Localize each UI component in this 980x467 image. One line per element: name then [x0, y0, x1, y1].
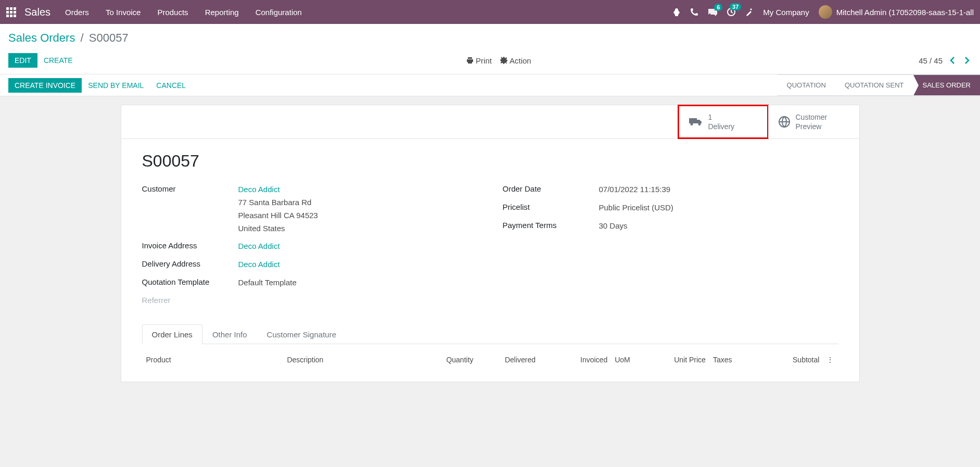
delivery-stat-text: 1 Delivery [708, 112, 735, 131]
tools-icon[interactable] [745, 8, 754, 16]
breadcrumb-parent[interactable]: Sales Orders [8, 31, 75, 44]
pager: 45 / 45 [919, 56, 972, 65]
th-product[interactable]: Product [143, 351, 283, 368]
delivery-stat-button[interactable]: 1 Delivery [678, 105, 769, 139]
nav-configuration[interactable]: Configuration [256, 8, 302, 17]
table-options-icon[interactable]: ⋮ [823, 351, 837, 368]
label-referrer: Referrer [142, 295, 171, 305]
create-button[interactable]: Create [37, 53, 79, 68]
customer-preview-button[interactable]: Customer Preview [768, 105, 859, 138]
th-taxes[interactable]: Taxes [710, 351, 750, 368]
action-button[interactable]: Action [500, 56, 531, 65]
status-quotation-sent[interactable]: Quotation Sent [835, 74, 913, 96]
label-payment-terms: Payment Terms [503, 220, 599, 233]
nav-reporting[interactable]: Reporting [205, 8, 239, 17]
gear-icon [500, 57, 507, 64]
top-nav: Sales Orders To Invoice Products Reporti… [0, 0, 980, 24]
nav-products[interactable]: Products [157, 8, 188, 17]
status-quotation[interactable]: Quotation [778, 74, 835, 96]
th-uom[interactable]: UoM [612, 351, 647, 368]
form-sheet-wrap: 1 Delivery Customer Preview S00057 C [0, 96, 980, 390]
left-column: Customer Deco Addict 77 Santa Barbara Rd… [142, 183, 478, 309]
company-selector[interactable]: My Company [763, 8, 809, 17]
stat-buttons: 1 Delivery Customer Preview [121, 105, 859, 139]
label-delivery-address: Delivery Address [142, 258, 238, 271]
nav-menu: Orders To Invoice Products Reporting Con… [65, 8, 672, 17]
right-column: Order Date 07/01/2022 11:15:39 Pricelist… [503, 183, 838, 309]
form-body: S00057 Customer Deco Addict 77 Santa Bar… [121, 139, 859, 381]
customer-link[interactable]: Deco Addict [238, 185, 280, 194]
th-invoiced[interactable]: Invoiced [540, 351, 610, 368]
th-subtotal[interactable]: Subtotal [752, 351, 822, 368]
print-icon [466, 57, 474, 64]
th-unit-price[interactable]: Unit Price [648, 351, 709, 368]
brand[interactable]: Sales [24, 6, 50, 18]
label-pricelist: Pricelist [503, 201, 599, 214]
pager-count: 45 / 45 [919, 56, 943, 65]
globe-icon [778, 116, 791, 128]
print-button[interactable]: Print [466, 56, 492, 65]
user-menu[interactable]: Mitchell Admin (17052098-saas-15-1-all [819, 5, 974, 19]
invoice-address-link[interactable]: Deco Addict [238, 242, 280, 250]
pager-prev[interactable] [948, 56, 957, 65]
breadcrumb: Sales Orders / S00057 [8, 31, 972, 45]
send-email-button[interactable]: Send by Email [82, 78, 150, 93]
nav-to-invoice[interactable]: To Invoice [106, 8, 141, 17]
breadcrumb-separator: / [81, 31, 84, 44]
messages-badge: 6 [714, 4, 722, 11]
value-pricelist: Public Pricelist (USD) [599, 201, 838, 214]
activity-badge: 37 [730, 3, 741, 10]
status-bar: Create Invoice Send by Email Cancel Quot… [0, 74, 980, 96]
cancel-button[interactable]: Cancel [150, 78, 192, 93]
edit-button[interactable]: Edit [8, 53, 37, 68]
label-invoice-address: Invoice Address [142, 240, 238, 253]
user-name: Mitchell Admin (17052098-saas-15-1-all [836, 8, 974, 17]
tab-order-lines[interactable]: Order Lines [142, 324, 202, 344]
th-delivered[interactable]: Delivered [478, 351, 539, 368]
form-columns: Customer Deco Addict 77 Santa Barbara Rd… [142, 183, 838, 309]
status-actions: Create Invoice Send by Email Cancel [0, 78, 192, 93]
order-title: S00057 [142, 152, 838, 171]
preview-stat-text: Customer Preview [796, 112, 828, 131]
status-sales-order[interactable]: Sales Order [913, 74, 980, 96]
order-lines-table: Product Description Quantity Delivered I… [142, 350, 838, 369]
messages-icon[interactable]: 6 [708, 8, 717, 16]
value-payment-terms: 30 Days [599, 220, 838, 233]
pager-next[interactable] [962, 56, 972, 65]
debug-icon[interactable] [672, 8, 681, 16]
control-bar: Edit Create Print Action 45 / 45 [0, 49, 980, 74]
nav-right: 6 37 My Company Mitchell Admin (17052098… [672, 5, 974, 19]
create-invoice-button[interactable]: Create Invoice [8, 78, 82, 93]
table-header-row: Product Description Quantity Delivered I… [143, 351, 837, 368]
breadcrumb-current: S00057 [89, 31, 129, 44]
th-quantity[interactable]: Quantity [425, 351, 476, 368]
truck-icon [689, 117, 703, 127]
label-quotation-template: Quotation Template [142, 276, 238, 289]
value-quotation-template: Default Template [238, 276, 478, 289]
delivery-address-link[interactable]: Deco Addict [238, 260, 280, 269]
nav-orders[interactable]: Orders [65, 8, 89, 17]
form-sheet: 1 Delivery Customer Preview S00057 C [121, 105, 860, 382]
label-order-date: Order Date [503, 183, 599, 196]
tab-customer-signature[interactable]: Customer Signature [257, 324, 346, 344]
breadcrumb-bar: Sales Orders / S00057 [0, 24, 980, 49]
value-customer: Deco Addict 77 Santa Barbara Rd Pleasant… [238, 183, 478, 235]
label-customer: Customer [142, 183, 238, 235]
th-description[interactable]: Description [284, 351, 424, 368]
tabs: Order Lines Other Info Customer Signatur… [142, 324, 838, 344]
avatar [819, 5, 832, 19]
control-center: Print Action [466, 56, 531, 65]
tab-other-info[interactable]: Other Info [202, 324, 257, 344]
phone-icon[interactable] [690, 8, 698, 16]
activity-icon[interactable]: 37 [727, 7, 736, 17]
apps-icon[interactable] [6, 7, 16, 17]
value-order-date: 07/01/2022 11:15:39 [599, 183, 838, 196]
status-progress: Quotation Quotation Sent Sales Order [778, 74, 980, 96]
